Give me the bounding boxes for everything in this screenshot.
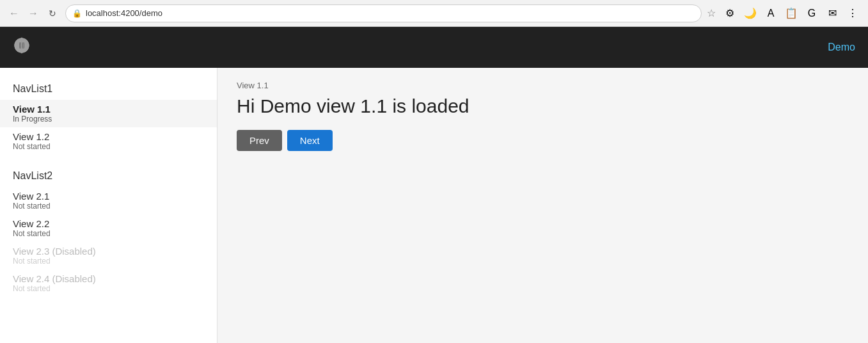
sidebar-item-view-2-2[interactable]: View 2.2 Not started (0, 214, 217, 242)
bookmark-icon[interactable]: ☆ (707, 7, 716, 19)
address-bar[interactable]: 🔒 localhost:4200/demo (65, 4, 702, 22)
navigation-buttons: Prev Next (237, 130, 849, 151)
extension-btn-4[interactable]: 📋 (782, 4, 800, 22)
refresh-button[interactable]: ↻ (45, 6, 60, 21)
view-2-4-status: Not started (13, 284, 204, 293)
browser-menu-button[interactable]: ⋮ (844, 4, 862, 22)
page-title: Hi Demo view 1.1 is loaded (237, 95, 849, 117)
browser-chrome: ← → ↻ 🔒 localhost:4200/demo ☆ ⚙ 🌙 A 📋 G … (0, 0, 868, 27)
main-content: View 1.1 Hi Demo view 1.1 is loaded Prev… (217, 68, 868, 343)
extension-btn-2[interactable]: 🌙 (741, 4, 759, 22)
lock-icon: 🔒 (72, 9, 82, 18)
extension-btn-3[interactable]: A (762, 4, 780, 22)
view-2-3-status: Not started (13, 257, 204, 266)
extension-btn-5[interactable]: G (803, 4, 821, 22)
back-button[interactable]: ← (6, 6, 22, 21)
browser-nav-buttons: ← → ↻ (6, 6, 60, 21)
app-logo (13, 36, 31, 58)
view-2-1-status: Not started (13, 202, 204, 211)
next-button[interactable]: Next (287, 130, 333, 151)
view-1-2-status: Not started (13, 142, 204, 151)
app-demo-link[interactable]: Demo (828, 42, 855, 53)
sidebar: NavList1 View 1.1 In Progress View 1.2 N… (0, 68, 217, 343)
browser-extensions: ⚙ 🌙 A 📋 G ✉ ⋮ (721, 4, 862, 22)
view-2-4-label: View 2.4 (Disabled) (13, 273, 204, 284)
view-2-3-label: View 2.3 (Disabled) (13, 246, 204, 257)
breadcrumb: View 1.1 (237, 81, 849, 90)
view-1-2-label: View 1.2 (13, 131, 204, 142)
app-body: NavList1 View 1.1 In Progress View 1.2 N… (0, 68, 868, 343)
sidebar-item-view-2-3: View 2.3 (Disabled) Not started (0, 242, 217, 269)
view-1-1-label: View 1.1 (13, 104, 204, 115)
extension-btn-1[interactable]: ⚙ (721, 4, 739, 22)
sidebar-item-view-1-2[interactable]: View 1.2 Not started (0, 127, 217, 155)
view-2-2-status: Not started (13, 229, 204, 238)
navlist1-title: NavList1 (0, 78, 217, 100)
sidebar-item-view-2-1[interactable]: View 2.1 Not started (0, 187, 217, 214)
forward-button[interactable]: → (26, 6, 41, 21)
view-2-1-label: View 2.1 (13, 191, 204, 202)
extension-btn-6[interactable]: ✉ (823, 4, 841, 22)
url-text: localhost:4200/demo (86, 8, 695, 18)
view-2-2-label: View 2.2 (13, 218, 204, 229)
app-header: Demo (0, 27, 868, 68)
sidebar-item-view-1-1[interactable]: View 1.1 In Progress (0, 100, 217, 127)
sidebar-item-view-2-4: View 2.4 (Disabled) Not started (0, 269, 217, 297)
navlist2-title: NavList2 (0, 165, 217, 187)
prev-button[interactable]: Prev (237, 130, 282, 151)
view-1-1-status: In Progress (13, 115, 204, 124)
